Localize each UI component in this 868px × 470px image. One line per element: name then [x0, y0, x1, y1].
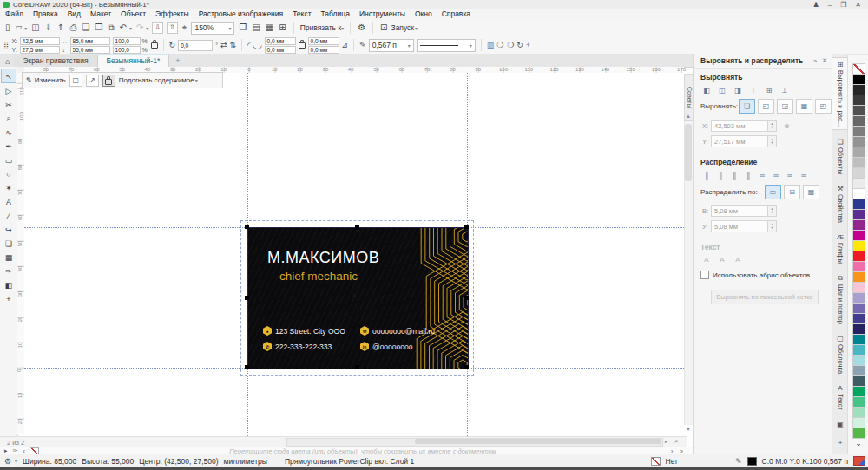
- menu-макет[interactable]: Макет: [90, 10, 111, 18]
- menu-эффекты[interactable]: Эффекты: [155, 10, 189, 18]
- undo-icon-dropdown[interactable]: ▾: [129, 25, 132, 31]
- launch-button[interactable]: ⊡ Запуск ▾: [379, 21, 418, 35]
- shape-tool[interactable]: ▷: [2, 84, 16, 97]
- dimension-tool[interactable]: ∕: [2, 209, 16, 222]
- tab-step-repeat[interactable]: ⧉Шаг и повтор: [832, 271, 848, 327]
- corner-lock-icon[interactable]: [299, 40, 306, 50]
- document-tab--[interactable]: Экран приветствия: [14, 55, 97, 67]
- refresh-icon[interactable]: ↻: [516, 41, 523, 49]
- corner-style-icon-0[interactable]: ◜: [247, 41, 251, 49]
- new-document-icon[interactable]: ▯: [4, 21, 11, 35]
- tab-objects[interactable]: ❏Объекты: [832, 135, 848, 177]
- corner-radius-br-input[interactable]: 0,0 мм: [308, 46, 339, 54]
- mirror-horizontal-icon[interactable]: ⇄: [220, 41, 227, 49]
- scale-x-input[interactable]: 100,0: [113, 37, 141, 45]
- drop-shadow-tool[interactable]: ❏: [2, 237, 16, 250]
- powerclip-extract-contents-icon[interactable]: ↗: [86, 75, 99, 87]
- align-center-v-icon[interactable]: ⊞: [763, 85, 775, 95]
- add-control-icon[interactable]: +: [526, 41, 530, 49]
- distribute-center-h-icon[interactable]: ║: [714, 170, 727, 180]
- menu-правка[interactable]: Правка: [33, 10, 58, 18]
- minimize-button[interactable]: –: [828, 1, 832, 9]
- align-to-page-center-icon[interactable]: ◲: [777, 99, 793, 114]
- menu-файл[interactable]: Файл: [5, 10, 23, 18]
- fullscreen-preview-icon[interactable]: ❒: [238, 21, 247, 35]
- connector-tool[interactable]: ↪: [2, 223, 16, 236]
- eyedropper-tool[interactable]: ✑: [2, 264, 16, 277]
- paste-icon[interactable]: ❏: [81, 21, 90, 35]
- corner-radius-tl-input[interactable]: 0,0 мм: [265, 37, 296, 45]
- zoom-to-page-icon[interactable]: ⌕: [674, 437, 678, 446]
- object-width-input[interactable]: 85,0 мм: [70, 37, 110, 45]
- copy-icon[interactable]: ❐: [94, 21, 103, 35]
- interactive-fill-tool[interactable]: ◧: [2, 278, 16, 291]
- tab-align-distribute[interactable]: ⊞Выровнять и рас...: [832, 57, 848, 130]
- powerclip-edit-button[interactable]: ✎ Изменить: [26, 76, 66, 84]
- stepper-icons[interactable]: ▲▼: [768, 220, 777, 232]
- outline-width-combo[interactable]: 0,567 п▾: [369, 39, 414, 52]
- align-to-grid-icon[interactable]: ▦: [796, 99, 812, 114]
- add-docker-tab[interactable]: +: [832, 436, 848, 449]
- docker-collapse-icon[interactable]: »: [813, 58, 817, 64]
- undo-icon[interactable]: ↶: [119, 21, 128, 35]
- wrap-text-icon[interactable]: ▥: [487, 41, 495, 49]
- color-swatch-54b948[interactable]: [852, 428, 865, 439]
- zoom-tool[interactable]: ⌕: [2, 112, 16, 125]
- outline-color-swatch[interactable]: [747, 457, 757, 466]
- export-icon[interactable]: ⇑: [56, 21, 65, 35]
- y-position-input[interactable]: 27,5 мм: [20, 46, 60, 54]
- redo-icon[interactable]: ↷: [135, 21, 144, 35]
- publish-pdf-icon[interactable]: ⇩: [152, 22, 163, 34]
- distribute-to-page-icon[interactable]: ⊟: [784, 185, 800, 199]
- line-style-combo[interactable]: ▾: [417, 39, 476, 52]
- artistic-media-tool[interactable]: ✒: [2, 140, 16, 153]
- align-y-spinner[interactable]: Y: 27,517 мм ▲▼: [702, 135, 777, 147]
- align-to-point-icon[interactable]: ◰: [815, 99, 832, 114]
- rectangle-tool[interactable]: ▭: [2, 153, 16, 166]
- tab-properties[interactable]: ⚒Свойства: [832, 182, 848, 225]
- scale-y-input[interactable]: 100,0: [113, 46, 141, 54]
- menu-таблица[interactable]: Таблица: [321, 10, 350, 18]
- docker-close-icon[interactable]: ✕: [822, 57, 827, 64]
- import-icon[interactable]: ⇓: [44, 21, 53, 35]
- text-align-baseline-icon[interactable]: A: [700, 254, 713, 264]
- show-grid-icon[interactable]: ▦: [265, 21, 274, 35]
- align-top-icon[interactable]: ⊤: [747, 85, 760, 95]
- freehand-tool[interactable]: ∿: [2, 126, 16, 139]
- ellipse-tool[interactable]: ○: [2, 167, 16, 180]
- tab-glyphs[interactable]: ÆГлифы: [832, 231, 848, 266]
- zoom-levels-icon[interactable]: ⌖: [181, 21, 188, 35]
- selection-handle-bottom-left[interactable]: [245, 365, 249, 369]
- document-color-proof-icon[interactable]: [853, 456, 865, 466]
- distribute-spacing-v-icon[interactable]: ═: [798, 170, 810, 180]
- open-icon[interactable]: ▱: [15, 21, 23, 35]
- open-icon-dropdown[interactable]: ▾: [24, 25, 27, 31]
- menu-вид[interactable]: Вид: [68, 10, 81, 18]
- text-tool[interactable]: А: [2, 195, 16, 208]
- close-button[interactable]: ✕: [855, 1, 861, 9]
- powerclip-fit-dropdown[interactable]: Подогнать содержимое ▾: [119, 76, 198, 84]
- selection-handle-bottom-center[interactable]: [355, 365, 359, 369]
- fill-color-swatch[interactable]: [651, 457, 661, 466]
- tab-text[interactable]: AТекст: [832, 382, 848, 413]
- align-center-h-icon[interactable]: ◫: [716, 85, 728, 95]
- align-bottom-icon[interactable]: ⊥: [779, 85, 791, 95]
- distribute-left-icon[interactable]: ║: [700, 170, 713, 180]
- align-right-icon[interactable]: ◨: [732, 85, 744, 95]
- zoom-level-combo[interactable]: 150%▾: [191, 22, 234, 35]
- scale-lock-icon[interactable]: [151, 40, 158, 50]
- selection-handle-bottom-right[interactable]: [464, 365, 469, 369]
- scroll-down-icon[interactable]: ▼: [686, 427, 691, 432]
- use-outline-checkbox[interactable]: [700, 271, 709, 279]
- selection-handle-top-left[interactable]: [245, 225, 249, 229]
- export-doc-icon[interactable]: ⇧: [167, 22, 178, 34]
- menu-окно[interactable]: Окно: [415, 10, 432, 18]
- transparency-tool[interactable]: ▦: [2, 251, 16, 264]
- palette-scroll-down-icon[interactable]: ⌄: [855, 439, 861, 447]
- align-guides-icon[interactable]: ⊞: [278, 21, 286, 35]
- object-height-input[interactable]: 55,0 мм: [70, 46, 110, 54]
- distribute-bottom-icon[interactable]: ═: [784, 170, 796, 180]
- chamfer-relative-icon[interactable]: ⊿: [342, 41, 349, 49]
- polygon-tool[interactable]: ✶: [2, 181, 16, 194]
- home-icon[interactable]: ⌂: [0, 57, 14, 67]
